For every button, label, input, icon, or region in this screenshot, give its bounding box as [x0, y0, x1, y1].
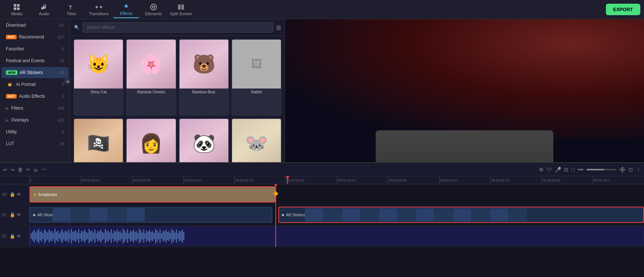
- sidebar-item-recommend[interactable]: HOT Recommend 157: [1, 31, 68, 43]
- sidebar-item-utility[interactable]: Utility 9: [1, 126, 68, 137]
- redo-button[interactable]: ↪: [10, 167, 15, 173]
- svg-rect-0: [14, 4, 16, 7]
- track-b3-number: B3: [2, 193, 8, 197]
- expand-icon-2: ▶: [6, 118, 9, 122]
- zoom-in-icon[interactable]: ➕: [619, 167, 625, 173]
- sidebar-item-lut[interactable]: LUT 28: [1, 138, 68, 149]
- delete-button[interactable]: 🗑: [18, 167, 23, 173]
- search-bar: 🔍 ⊞: [70, 19, 285, 36]
- sidebar-item-festival[interactable]: Festival and Events 10: [1, 55, 68, 66]
- track-b1-content[interactable]: [30, 225, 644, 247]
- clip-sunglasses[interactable]: ★ Sunglasses: [30, 186, 275, 203]
- svg-rect-7: [178, 4, 181, 10]
- search-icon: 🔍: [74, 25, 80, 30]
- svg-rect-2: [14, 7, 16, 10]
- audio-waveform: [30, 226, 644, 246]
- eye-icon-b3[interactable]: 👁: [17, 192, 21, 197]
- svg-rect-8: [181, 4, 184, 10]
- effect-rainbow-bear[interactable]: 🐻 Rainbow Bear: [179, 39, 229, 116]
- audio-playhead: [275, 225, 276, 247]
- track-b1-number: B1: [2, 234, 8, 238]
- toolbar-split-screen[interactable]: Split Screen: [168, 1, 194, 18]
- expand-icon: ▶: [6, 106, 9, 110]
- wave-bars: [30, 226, 644, 246]
- subtitle-icon[interactable]: □: [571, 167, 574, 173]
- lock-icon-b2[interactable]: 🔒: [10, 212, 15, 217]
- new-badge: NEW: [6, 70, 17, 75]
- top-toolbar: Media Audio T Titles Transitions Effects…: [0, 0, 644, 19]
- hot-badge: HOT: [6, 35, 17, 39]
- svg-text:T: T: [69, 4, 72, 10]
- svg-rect-1: [17, 4, 20, 7]
- track-row-b2: B2 🔒 👁 ▶ AR Stickers: [0, 205, 644, 225]
- lock-icon-b3[interactable]: 🔒: [10, 192, 15, 197]
- track-b2-content[interactable]: ▶ AR Stickers ▶ AR Stickers: [30, 205, 644, 225]
- track-row-b3: B3 🔒 👁 ★ Sunglasses: [0, 184, 644, 205]
- svg-point-5: [151, 4, 157, 10]
- zoom-slider[interactable]: [587, 169, 616, 170]
- effect-rabbit[interactable]: 🖼 Rabbit: [231, 39, 282, 116]
- shield-icon[interactable]: 🛡: [547, 167, 552, 173]
- toolbar-titles[interactable]: T Titles: [58, 1, 84, 18]
- track-b2-number: B2: [2, 213, 8, 217]
- sidebar-item-favorites[interactable]: Favorites 0: [1, 43, 68, 54]
- cut-button[interactable]: ✂: [26, 167, 30, 173]
- more-tl-icon[interactable]: ⋮: [636, 167, 641, 173]
- mic-icon[interactable]: 🎤: [555, 167, 561, 173]
- track-row-b1: B1 🔒 👁: [0, 225, 644, 247]
- sidebar-item-ar-stickers[interactable]: NEW AR Stickers 40: [1, 67, 68, 78]
- toolbar-elements[interactable]: Elements: [141, 1, 167, 18]
- lock-icon-b1[interactable]: 🔒: [10, 234, 15, 239]
- track-playhead: [275, 184, 276, 204]
- toolbar-effects[interactable]: Effects: [113, 1, 139, 18]
- sidebar-item-audio-effects[interactable]: HOT Audio Effects 5: [1, 91, 68, 102]
- audio-clip[interactable]: [30, 226, 644, 246]
- grid-layout-icon[interactable]: ⊞: [276, 24, 281, 31]
- track-b1-controls: B1 🔒 👁: [0, 225, 30, 247]
- clip-ar-stickers-2[interactable]: ▶ AR Stickers: [278, 207, 644, 223]
- zoom-out-icon[interactable]: ➖: [577, 167, 584, 173]
- eye-icon-b2[interactable]: 👁: [17, 212, 21, 217]
- audio-wave-button[interactable]: 〰: [41, 167, 46, 173]
- export-button[interactable]: EXPORT: [606, 4, 640, 15]
- fit-icon[interactable]: ⊡: [628, 167, 633, 173]
- sidebar-item-overlays[interactable]: ▶ Overlays 121: [1, 114, 68, 126]
- svg-rect-3: [17, 7, 20, 10]
- search-input[interactable]: [83, 22, 273, 33]
- settings-icon[interactable]: ⚙: [539, 167, 544, 173]
- hot-badge-2: HOT: [6, 94, 17, 99]
- effect-rainbow-cheeks[interactable]: 🌸 Rainbow Cheeks: [126, 39, 176, 116]
- undo-button[interactable]: ↩: [3, 167, 7, 173]
- toolbar-media[interactable]: Media: [4, 1, 30, 18]
- sidebar-item-ai-portrait[interactable]: 👑 AI Portrait 5: [1, 79, 68, 90]
- collapse-sidebar-button[interactable]: ◀: [64, 78, 70, 84]
- split-audio-button[interactable]: ⚌: [33, 167, 38, 173]
- track-b2-controls: B2 🔒 👁: [0, 205, 30, 225]
- track-b3-controls: B3 🔒 👁: [0, 184, 30, 204]
- toolbar-transitions[interactable]: Transitions: [86, 1, 112, 18]
- timeline-ruler: 2 00:00:03:03 00:00:03:08 00:00:03:13 00…: [0, 176, 644, 184]
- track-b3-content[interactable]: ★ Sunglasses: [30, 184, 644, 204]
- sidebar-item-download[interactable]: Download 62: [1, 20, 68, 31]
- clip-ar-stickers-1[interactable]: ▶ AR Stickers: [30, 207, 272, 223]
- timeline-tracks: B3 🔒 👁 ★ Sunglasses B2 🔒 �: [0, 184, 644, 277]
- track-b2-playhead: [275, 205, 276, 225]
- crown-badge: 👑: [6, 82, 14, 87]
- playhead-top: [274, 184, 278, 187]
- timeline-toolbar: ↩ ↪ 🗑 ✂ ⚌ 〰 ⚙ 🛡 🎤 ⊟ □ ➖ ➕ ⊡ ⋮: [0, 163, 644, 176]
- sidebar-item-filters[interactable]: ▶ Filters 160: [1, 103, 68, 114]
- toolbar-audio[interactable]: Audio: [31, 1, 57, 18]
- eye-icon-b1[interactable]: 👁: [17, 234, 21, 239]
- timeline-area: ↩ ↪ 🗑 ✂ ⚌ 〰 ⚙ 🛡 🎤 ⊟ □ ➖ ➕ ⊡ ⋮ 2 00:00:03…: [0, 162, 644, 277]
- effect-shiny-cat[interactable]: 😺 Shiny Cat: [73, 39, 124, 116]
- audio-track-icon[interactable]: ⊟: [564, 167, 568, 173]
- svg-point-6: [152, 6, 155, 8]
